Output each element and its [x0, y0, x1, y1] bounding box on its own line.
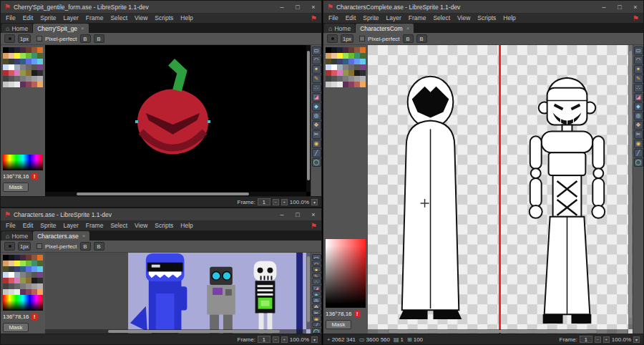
palette-swatch[interactable] — [360, 82, 366, 87]
palette-swatch[interactable] — [3, 266, 9, 272]
titlebar[interactable]: ⚑ Characters.ase - LibreSprite 1.1-dev –… — [1, 208, 321, 221]
palette-swatch[interactable] — [331, 82, 337, 87]
palette-swatch[interactable] — [14, 255, 20, 261]
minimize-button[interactable]: – — [274, 1, 290, 13]
palette-swatch[interactable] — [14, 76, 20, 82]
vscroll-thumb[interactable] — [307, 51, 310, 180]
palette-swatch[interactable] — [343, 47, 348, 53]
palette-swatch[interactable] — [9, 278, 14, 283]
zoom-menu-button[interactable]: ▾ — [633, 336, 640, 343]
palette-swatch[interactable] — [3, 76, 9, 82]
palette-swatch[interactable] — [9, 82, 14, 87]
frame-plus-button[interactable]: + — [281, 336, 288, 343]
palette-swatch[interactable] — [26, 289, 31, 295]
palette-swatch[interactable] — [3, 82, 9, 87]
palette-swatch[interactable] — [337, 59, 343, 64]
menu-layer[interactable]: Layer — [60, 14, 82, 23]
palette-swatch[interactable] — [343, 70, 348, 76]
frame-value[interactable]: 1 — [258, 198, 270, 205]
ink-button-1[interactable]: B — [80, 242, 91, 251]
eraser-icon[interactable]: ◪ — [312, 285, 321, 291]
palette-swatch[interactable] — [9, 47, 14, 53]
palette-swatch[interactable] — [20, 266, 26, 272]
menu-frame[interactable]: Frame — [405, 14, 430, 23]
paint-bucket-icon[interactable]: ◉ — [312, 140, 321, 148]
palette-swatch[interactable] — [31, 283, 37, 289]
menu-layer[interactable]: Layer — [60, 221, 82, 230]
palette-swatch[interactable] — [26, 70, 31, 76]
palette-swatch[interactable] — [9, 76, 14, 82]
rectangular-marquee-icon[interactable]: ▭ — [634, 47, 643, 55]
pencil-icon[interactable]: ✎ — [634, 74, 643, 83]
rectangular-marquee-icon[interactable]: ▭ — [312, 254, 321, 260]
palette-swatch[interactable] — [31, 59, 37, 64]
pixel-perfect-checkbox[interactable] — [359, 36, 365, 42]
lasso-icon[interactable]: ◠ — [312, 261, 321, 266]
titlebar[interactable]: ⚑ CharactersComplete.ase - LibreSprite 1… — [323, 1, 643, 14]
palette-swatch[interactable] — [348, 70, 354, 76]
palette-swatch[interactable] — [3, 278, 9, 283]
palette-swatch[interactable] — [26, 76, 31, 82]
palette-swatch[interactable] — [37, 76, 43, 82]
palette-swatch[interactable] — [326, 82, 331, 87]
color-spectrum[interactable] — [3, 155, 43, 170]
menu-edit[interactable]: Edit — [342, 14, 360, 23]
hand-icon[interactable]: ✥ — [312, 121, 321, 130]
palette-swatch[interactable] — [348, 64, 354, 70]
zoom-icon[interactable]: ◎ — [312, 297, 321, 303]
zoom-menu-button[interactable]: ▾ — [311, 336, 318, 343]
palette-swatch[interactable] — [26, 261, 31, 266]
tab-close-icon[interactable]: × — [81, 25, 84, 31]
menu-sprite[interactable]: Sprite — [36, 14, 59, 23]
hand-icon[interactable]: ✥ — [634, 121, 643, 130]
palette-swatch[interactable] — [31, 272, 37, 278]
palette-swatch[interactable] — [31, 64, 37, 70]
palette-swatch[interactable] — [37, 278, 43, 283]
tab-home[interactable]: ⌂ Home — [324, 24, 355, 33]
palette-swatch[interactable] — [337, 76, 343, 82]
paint-bucket-icon[interactable]: ◉ — [634, 140, 643, 148]
tab-home[interactable]: ⌂ Home — [1, 24, 32, 33]
close-button[interactable]: × — [306, 1, 321, 13]
frame-value[interactable]: 1 — [580, 336, 592, 343]
palette-swatch[interactable] — [37, 47, 43, 53]
palette-swatch[interactable] — [343, 59, 348, 64]
frame-plus-button[interactable]: + — [281, 199, 288, 205]
palette-swatch[interactable] — [354, 64, 360, 70]
palette-swatch[interactable] — [331, 76, 337, 82]
pencil-icon[interactable]: ✎ — [312, 74, 321, 83]
menu-file[interactable]: File — [325, 14, 342, 23]
slice-icon[interactable]: ✂ — [312, 309, 321, 315]
vscroll-thumb[interactable] — [629, 51, 632, 318]
palette-swatch[interactable] — [337, 70, 343, 76]
palette-swatch[interactable] — [3, 64, 9, 70]
frame-minus-button[interactable]: − — [595, 336, 601, 343]
palette-swatch[interactable] — [37, 261, 43, 266]
palette-swatch[interactable] — [360, 59, 366, 64]
palette-swatch[interactable] — [37, 289, 43, 295]
palette-swatch[interactable] — [354, 59, 360, 64]
palette-swatch[interactable] — [26, 278, 31, 283]
palette-swatch[interactable] — [37, 70, 43, 76]
palette-swatch[interactable] — [14, 272, 20, 278]
pencil-icon[interactable]: ✎ — [312, 273, 321, 278]
eraser-icon[interactable]: ◪ — [312, 93, 321, 102]
palette-swatch[interactable] — [26, 53, 31, 59]
frame-plus-button[interactable]: + — [603, 336, 610, 343]
menu-file[interactable]: File — [2, 221, 19, 230]
lasso-icon[interactable]: ◠ — [312, 56, 321, 64]
palette-swatch[interactable] — [3, 70, 9, 76]
eraser-icon[interactable]: ◪ — [634, 93, 643, 102]
eyedropper-icon[interactable]: ◆ — [634, 102, 643, 111]
maximize-button[interactable]: □ — [290, 208, 306, 220]
hscroll-thumb[interactable] — [389, 330, 597, 333]
frame-value[interactable]: 1 — [258, 336, 270, 343]
palette-swatch[interactable] — [9, 59, 14, 64]
palette-swatch[interactable] — [9, 64, 14, 70]
palette-swatch[interactable] — [37, 283, 43, 289]
ellipse-icon[interactable]: ◯ — [634, 158, 643, 167]
pixel-perfect-checkbox[interactable] — [36, 36, 42, 42]
ink-button-2[interactable]: B — [94, 242, 104, 251]
brush-size-button[interactable]: 1px — [18, 34, 31, 43]
line-icon[interactable]: ╱ — [312, 149, 321, 157]
